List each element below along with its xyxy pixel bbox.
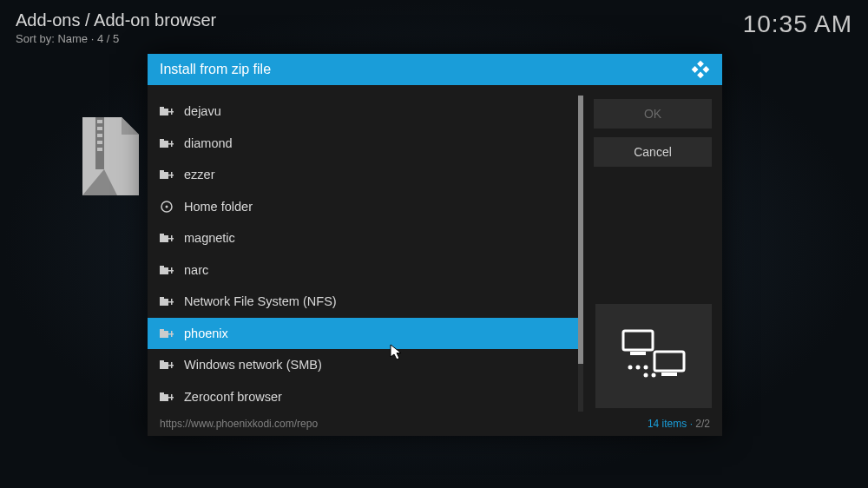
svg-rect-49	[630, 352, 646, 355]
list-item[interactable]: ezzer	[148, 159, 578, 191]
svg-rect-6	[697, 61, 704, 68]
svg-rect-29	[160, 266, 164, 268]
svg-rect-33	[160, 297, 164, 300]
list-item-label: Zeroconf browser	[184, 390, 282, 404]
svg-rect-9	[697, 72, 704, 79]
list-item-label: Windows network (SMB)	[184, 358, 322, 372]
svg-rect-32	[160, 299, 168, 306]
network-folder-icon	[160, 359, 174, 371]
dialog-title: Install from zip file	[160, 62, 271, 77]
svg-rect-18	[160, 172, 168, 179]
list-item[interactable]: Windows network (SMB)	[148, 349, 578, 381]
svg-rect-41	[160, 360, 164, 363]
list-item[interactable]: Zeroconf browser	[148, 381, 578, 412]
list-item-label: dejavu	[184, 104, 221, 118]
list-item[interactable]: diamond	[148, 128, 578, 160]
kodi-logo-icon	[691, 60, 710, 79]
svg-rect-17	[171, 141, 173, 147]
footer-count: 14 items · 2/2	[648, 418, 710, 430]
svg-rect-51	[661, 373, 677, 376]
svg-rect-48	[623, 331, 653, 350]
svg-point-55	[644, 373, 648, 378]
svg-rect-21	[171, 172, 173, 178]
svg-rect-44	[160, 394, 168, 401]
list-item-label: ezzer	[184, 168, 214, 181]
list-item[interactable]: Home folder	[148, 191, 578, 223]
svg-rect-27	[171, 235, 173, 241]
list-item[interactable]: Network File System (NFS)	[148, 286, 578, 318]
list-item-label: narc	[184, 263, 208, 277]
svg-rect-10	[160, 109, 168, 115]
cancel-button[interactable]: Cancel	[594, 137, 712, 167]
network-folder-icon	[160, 327, 174, 340]
svg-rect-43	[171, 362, 173, 368]
list-item[interactable]: magnetic	[148, 222, 578, 254]
scroll-thumb[interactable]	[578, 96, 583, 364]
svg-point-23	[166, 205, 168, 208]
clock: 10:35 AM	[743, 10, 852, 38]
ok-button[interactable]: OK	[594, 99, 712, 129]
list-item[interactable]: dejavu	[148, 96, 578, 128]
svg-rect-8	[703, 66, 710, 73]
network-folder-icon	[160, 391, 174, 403]
preview-panel	[595, 304, 712, 408]
svg-rect-31	[171, 267, 173, 274]
network-folder-icon	[160, 105, 174, 117]
svg-rect-2	[97, 127, 102, 130]
footer-path: https://www.phoenixkodi.com/repo	[160, 418, 318, 430]
svg-rect-40	[160, 362, 168, 369]
list-item-label: magnetic	[184, 231, 235, 245]
svg-rect-47	[171, 394, 173, 400]
svg-rect-45	[160, 392, 164, 395]
svg-rect-24	[160, 235, 168, 242]
svg-rect-7	[692, 66, 699, 73]
svg-rect-14	[160, 141, 168, 148]
svg-rect-36	[160, 331, 168, 338]
svg-rect-11	[160, 107, 164, 109]
header: Add-ons / Add-on browser Sort by: Name ·…	[16, 10, 852, 45]
svg-rect-39	[171, 331, 173, 337]
svg-rect-19	[160, 170, 164, 173]
scrollbar[interactable]	[578, 96, 583, 412]
svg-point-52	[628, 366, 633, 370]
svg-rect-25	[160, 234, 164, 236]
file-list[interactable]: dejavudiamondezzerHome foldermagneticnar…	[148, 96, 578, 412]
install-from-zip-dialog: Install from zip file dejavudiamondezzer…	[148, 54, 722, 436]
list-item-label: Network File System (NFS)	[184, 294, 337, 308]
svg-rect-35	[171, 299, 173, 305]
list-item-label: phoenix	[184, 326, 228, 340]
svg-rect-13	[171, 109, 173, 115]
svg-rect-4	[97, 141, 102, 144]
svg-rect-1	[97, 120, 102, 123]
svg-rect-5	[97, 148, 102, 151]
list-item[interactable]: phoenix	[148, 318, 578, 350]
disk-icon	[160, 201, 174, 213]
breadcrumb: Add-ons / Add-on browser	[16, 10, 216, 30]
network-folder-icon	[160, 264, 174, 276]
svg-rect-28	[160, 267, 168, 274]
network-folder-icon	[160, 168, 174, 181]
svg-rect-15	[160, 139, 164, 142]
svg-rect-50	[654, 352, 684, 371]
svg-point-56	[652, 373, 656, 378]
svg-rect-37	[160, 329, 164, 332]
list-item-label: Home folder	[184, 200, 253, 214]
network-folder-icon	[160, 232, 174, 244]
dialog-titlebar: Install from zip file	[148, 54, 722, 85]
dialog-footer: https://www.phoenixkodi.com/repo 14 item…	[148, 412, 722, 436]
zip-thumbnail	[78, 113, 143, 200]
svg-rect-3	[97, 134, 102, 137]
list-item[interactable]: narc	[148, 254, 578, 287]
network-folder-icon	[160, 295, 174, 307]
sort-by-label: Sort by: Name · 4 / 5	[16, 32, 216, 45]
network-folder-icon	[160, 137, 174, 149]
list-item-label: diamond	[184, 136, 233, 150]
svg-point-53	[636, 366, 641, 370]
svg-point-54	[644, 366, 648, 370]
